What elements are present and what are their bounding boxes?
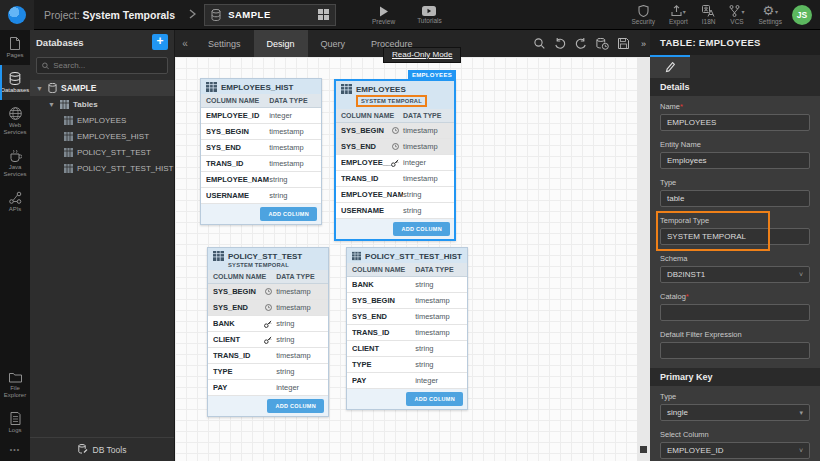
column-type: integer <box>276 383 323 392</box>
column-row[interactable]: TYPE string <box>347 357 467 373</box>
column-row[interactable]: CLIENT string <box>347 341 467 357</box>
sidebar-item-file-explorer[interactable]: File Explorer <box>0 365 30 405</box>
grid-icon[interactable] <box>318 9 329 20</box>
database-icon <box>9 72 21 85</box>
collapse-panel-icon[interactable]: « <box>175 30 195 57</box>
save-icon[interactable] <box>618 38 629 49</box>
select-column-select[interactable]: EMPLOYEE_ID˅ <box>660 442 810 459</box>
column-row[interactable]: EMPLOYEE_NAME string <box>201 172 321 188</box>
column-row[interactable]: SYS_BEGIN timestamp <box>201 124 321 140</box>
security-button[interactable]: Security <box>631 0 654 30</box>
column-row[interactable]: SYS_BEGIN timestamp <box>347 293 467 309</box>
user-avatar[interactable]: JS <box>792 5 812 25</box>
vcs-button[interactable]: ▾ VCS <box>729 0 744 30</box>
caret-down-icon[interactable]: ▼ <box>36 85 44 92</box>
card-title: POLICY_STT_TEST_HIST <box>365 252 462 261</box>
column-row[interactable]: TRANS_ID timestamp <box>201 156 321 172</box>
selected-database: SAMPLE <box>228 9 311 20</box>
column-row[interactable]: EMPLOYEE__ integer <box>336 155 454 171</box>
table-card-employees[interactable]: EMPLOYEES EMPLOYEES SYSTEM TEMPORAL COLU… <box>334 79 456 241</box>
column-type: string <box>269 191 316 200</box>
redo-icon[interactable] <box>575 38 587 49</box>
preview-button[interactable]: Preview <box>372 0 395 30</box>
column-type: integer <box>403 158 449 167</box>
tutorials-button[interactable]: Tutorials <box>417 0 442 30</box>
column-row[interactable]: TRANS_ID timestamp <box>347 325 467 341</box>
app-logo[interactable] <box>0 0 34 30</box>
column-row[interactable]: PAY integer <box>347 373 467 389</box>
table-card-employees-hist[interactable]: EMPLOYEES_HIST COLUMN NAMEDATA TYPE EMPL… <box>200 78 322 225</box>
name-input[interactable]: EMPLOYEES <box>660 114 810 131</box>
db-history-icon[interactable] <box>596 38 609 50</box>
temporal-type-input[interactable]: SYSTEM TEMPORAL <box>660 228 810 245</box>
tree-node-table[interactable]: POLICY_STT_TEST <box>30 144 174 160</box>
sidebar-item-java-services[interactable]: Java Services <box>0 142 30 184</box>
edit-tab[interactable] <box>650 55 690 78</box>
column-row[interactable]: TRANS_ID timestamp <box>208 348 328 364</box>
add-column-button[interactable]: ADD COLUMN <box>267 399 324 413</box>
export-button[interactable]: ▾ Export <box>669 0 688 30</box>
sidebar-more-button[interactable]: ••• <box>0 440 30 461</box>
sidebar-item-apis[interactable]: APIs <box>0 184 30 219</box>
table-icon <box>64 164 73 173</box>
table-card-policy-stt-test[interactable]: POLICY_STT_TEST SYSTEM TEMPORAL COLUMN N… <box>207 247 329 417</box>
db-tools-button[interactable]: DB Tools <box>30 437 174 461</box>
default-filter-input[interactable] <box>660 342 810 359</box>
column-row[interactable]: TYPE string <box>208 364 328 380</box>
column-row[interactable]: SYS_END timestamp <box>336 139 454 155</box>
tree-node-table[interactable]: EMPLOYEES_HIST <box>30 128 174 144</box>
tree-node-sample-db[interactable]: ▼ SAMPLE <box>30 80 174 96</box>
column-row[interactable]: SYS_END timestamp <box>347 309 467 325</box>
column-row[interactable]: SYS_BEGIN timestamp <box>336 123 454 139</box>
column-row[interactable]: SYS_BEGIN timestamp <box>208 284 328 300</box>
tab[interactable]: Query <box>308 30 359 57</box>
column-row[interactable]: BANK string <box>347 277 467 293</box>
tab[interactable]: Settings <box>195 30 254 57</box>
tree-node-table[interactable]: EMPLOYEES <box>30 112 174 128</box>
design-canvas[interactable]: EMPLOYEES_HIST COLUMN NAMEDATA TYPE EMPL… <box>175 57 637 461</box>
column-row[interactable]: CLIENT string <box>208 332 328 348</box>
column-header: COLUMN NAME <box>341 112 403 119</box>
type-input[interactable]: table <box>660 190 810 207</box>
sidebar-item-pages[interactable]: Pages <box>0 30 30 65</box>
tab[interactable]: Design <box>254 30 308 57</box>
tree-node-tables[interactable]: ▼ Tables <box>30 96 174 112</box>
sidebar-item-web-services[interactable]: Web Services <box>0 100 30 142</box>
tree-node-label: EMPLOYEES_HIST <box>77 132 149 141</box>
column-row[interactable]: SYS_END timestamp <box>201 140 321 156</box>
catalog-input[interactable] <box>660 304 810 321</box>
column-row[interactable]: PAY integer <box>208 380 328 396</box>
search-icon[interactable] <box>534 38 545 49</box>
caret-down-icon[interactable]: ▼ <box>48 101 56 108</box>
scrollbar-thumb[interactable] <box>640 446 647 453</box>
add-column-button[interactable]: ADD COLUMN <box>393 222 450 236</box>
column-row[interactable]: SYS_END timestamp <box>208 300 328 316</box>
search-input[interactable] <box>53 61 162 70</box>
column-row[interactable]: USERNAME string <box>336 203 454 219</box>
undo-icon[interactable] <box>554 38 566 49</box>
sidebar-item-logs[interactable]: Logs <box>0 405 30 440</box>
schema-select[interactable]: DB2INST1˅ <box>660 266 810 283</box>
column-row[interactable]: USERNAME string <box>201 188 321 204</box>
sidebar-item-databases[interactable]: Databases <box>0 65 30 100</box>
column-header: COLUMN NAME <box>352 266 415 273</box>
settings-button[interactable]: ⚙ ▾ Settings <box>759 0 783 30</box>
add-column-button[interactable]: ADD COLUMN <box>406 392 463 406</box>
add-database-button[interactable]: + <box>152 34 168 50</box>
table-icon <box>60 100 69 109</box>
database-selector[interactable]: SAMPLE <box>204 4 336 26</box>
column-row[interactable]: TRANS_ID timestamp <box>336 171 454 187</box>
column-row[interactable]: BANK string <box>208 316 328 332</box>
table-card-policy-stt-test-hist[interactable]: POLICY_STT_TEST_HIST COLUMN NAMEDATA TYP… <box>346 247 468 410</box>
pk-type-select[interactable]: single▾ <box>660 404 810 421</box>
add-column-button[interactable]: ADD COLUMN <box>260 207 317 221</box>
column-row[interactable]: EMPLOYEE_NAME string <box>336 187 454 203</box>
column-row[interactable]: EMPLOYEE_ID integer <box>201 108 321 124</box>
tree-node-table[interactable]: POLICY_STT_TEST_HIST <box>30 160 174 176</box>
expand-panel-icon[interactable]: » <box>637 30 650 57</box>
required-mark: * <box>686 292 689 301</box>
entity-name-input[interactable]: Employees <box>660 152 810 169</box>
database-search[interactable] <box>36 57 168 74</box>
column-name: USERNAME <box>341 206 384 215</box>
i18n-button[interactable]: I18N <box>702 0 716 30</box>
